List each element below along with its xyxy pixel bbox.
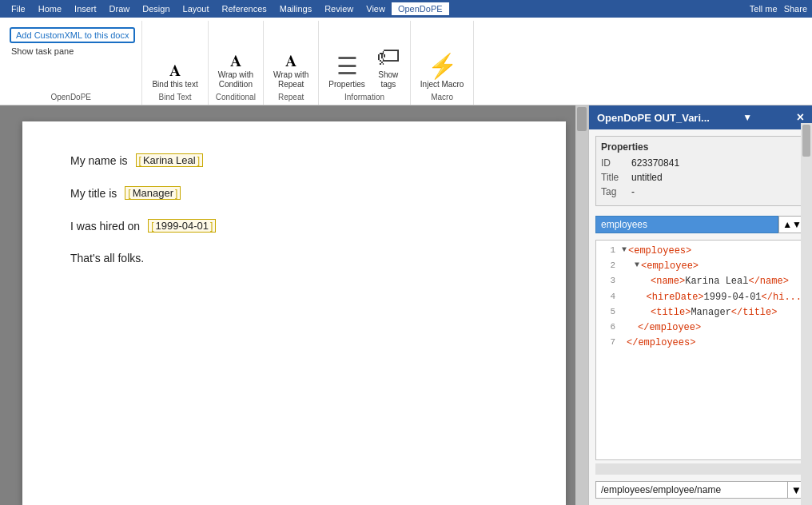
xml-line-1: 1 ▼ <employees> <box>599 244 802 259</box>
repeat-items: 𝐀 Wrap withRepeat <box>270 24 312 91</box>
doc-line-2: My title is [ Manager ] <box>70 186 518 200</box>
tab-review[interactable]: Review <box>318 2 360 15</box>
content-control-title[interactable]: [ Manager ] <box>125 186 181 200</box>
information-group-label: Information <box>344 91 384 101</box>
cc-name-value: Karina Leal <box>141 154 197 166</box>
inject-macro-button[interactable]: ⚡ Inject Macro <box>417 53 467 91</box>
prop-id-value: 623370841 <box>631 157 679 169</box>
line-num-7: 7 <box>599 336 615 350</box>
ribbon-right-controls: Tell me Share <box>750 4 807 14</box>
content-control-name[interactable]: [ Karina Leal ] <box>136 153 203 167</box>
employees-input[interactable] <box>595 216 778 233</box>
ribbon-group-macro: ⚡ Inject Macro Macro <box>411 21 474 105</box>
ribbon-group-conditional: 𝐀 Wrap withCondition Conditional <box>209 21 264 105</box>
ribbon-group-opendope-label: OpenDoPE <box>6 91 135 101</box>
macro-group-label: Macro <box>431 91 453 101</box>
properties-label: Properties <box>328 80 365 89</box>
ribbon-group-repeat: 𝐀 Wrap withRepeat Repeat <box>264 21 319 105</box>
properties-section: Properties ID 623370841 Title untitled T… <box>595 136 806 206</box>
content-control-hiredate[interactable]: [ 1999-04-01 ] <box>148 219 216 233</box>
doc-last-line: That's all folks. <box>70 252 518 264</box>
line1-prefix: My name is <box>70 154 128 167</box>
prop-title-label: Title <box>601 172 625 183</box>
xml-line-7: 7 </employees> <box>599 336 802 351</box>
tab-home[interactable]: Home <box>32 2 68 15</box>
xpath-bar: ▼ <box>595 481 806 499</box>
tab-insert[interactable]: Insert <box>68 2 103 15</box>
ribbon-tabs: File Home Insert Draw Design Layout Refe… <box>5 2 449 15</box>
tab-draw[interactable]: Draw <box>103 2 137 15</box>
conditional-items: 𝐀 Wrap withCondition <box>215 24 257 91</box>
show-taskpane-button[interactable]: Show task pane <box>6 45 78 58</box>
xml-line-4: 4 <hireDate> 1999-04-01 </hi... <box>599 290 802 305</box>
xml-tag-title-close: </title> <box>731 305 778 320</box>
bind-text-icon: 𝐀 <box>169 62 181 78</box>
sidebar-scrollbar[interactable] <box>801 123 812 505</box>
tab-mailings[interactable]: Mailings <box>273 2 318 15</box>
tab-design[interactable]: Design <box>136 2 176 15</box>
xml-horiz-scrollbar[interactable] <box>595 463 806 475</box>
ribbon-tabs-bar: File Home Insert Draw Design Layout Refe… <box>0 0 812 18</box>
tab-file[interactable]: File <box>5 2 32 15</box>
last-line-text: That's all folks. <box>70 252 144 264</box>
xml-tree: 1 ▼ <employees> 2 ▼ <employee> 3 <name> … <box>595 240 806 460</box>
line-num-5: 5 <box>599 305 615 320</box>
xml-tag-hiredate-open: <hireDate> <box>647 290 704 305</box>
cc-close-bracket-2: ] <box>175 188 177 199</box>
line-num-1: 1 <box>599 244 615 258</box>
cc-close-bracket-3: ] <box>210 221 213 232</box>
prop-id-row: ID 623370841 <box>601 157 800 169</box>
line3-prefix: I was hired on <box>70 220 140 233</box>
xml-text-name: Karina Leal <box>685 274 748 289</box>
properties-icon: ☰ <box>336 54 358 78</box>
xml-tag-employee-open: <employee> <box>641 259 699 274</box>
show-tags-button[interactable]: 🏷 Showtags <box>373 43 404 91</box>
xml-tag-employees-open: <employees> <box>628 244 691 259</box>
xml-tag-name-open: <name> <box>651 274 685 289</box>
wrap-condition-button[interactable]: 𝐀 Wrap withCondition <box>215 51 257 91</box>
show-tags-icon: 🏷 <box>376 45 400 69</box>
macro-items: ⚡ Inject Macro <box>417 24 467 91</box>
wrap-repeat-button[interactable]: 𝐀 Wrap withRepeat <box>270 51 312 91</box>
tab-layout[interactable]: Layout <box>177 2 216 15</box>
bind-text-label: Bind this text <box>152 80 197 89</box>
xpath-input[interactable] <box>595 481 788 499</box>
xml-tag-hiredate-close: </hi... <box>762 290 802 305</box>
line-num-4: 4 <box>599 290 615 304</box>
doc-line-3: I was hired on [ 1999-04-01 ] <box>70 219 518 233</box>
tab-opendope[interactable]: OpenDoPE <box>392 2 449 15</box>
tab-references[interactable]: References <box>216 2 273 15</box>
repeat-icon: 𝐀 <box>285 53 297 69</box>
line-num-3: 3 <box>599 274 615 288</box>
sidebar-panel: OpenDoPE OUT_Vari... ▼ × Properties ID 6… <box>588 105 812 505</box>
tab-view[interactable]: View <box>360 2 392 15</box>
sidebar-dropdown-icon[interactable]: ▼ <box>742 112 752 123</box>
sidebar-header: OpenDoPE OUT_Vari... ▼ × <box>589 105 812 129</box>
share-button[interactable]: Share <box>784 4 807 14</box>
line2-prefix: My title is <box>70 187 117 200</box>
main-layout: My name is [ Karina Leal ] My title is [… <box>0 105 812 505</box>
prop-tag-value: - <box>631 186 635 197</box>
bind-text-group-label: Bind Text <box>159 91 192 101</box>
cc-close-bracket-1: ] <box>197 155 200 166</box>
prop-title-row: Title untitled <box>601 172 800 183</box>
xml-line-3: 3 <name> Karina Leal </name> <box>599 274 802 289</box>
bind-this-text-button[interactable]: 𝐀 Bind this text <box>149 61 201 91</box>
document-area: My name is [ Karina Leal ] My title is [… <box>0 105 588 505</box>
line-num-2: 2 <box>599 259 615 273</box>
opendope-ribbon-bar: Add CustomXML to this docx Show task pan… <box>0 18 812 105</box>
prop-tag-label: Tag <box>601 186 625 197</box>
conditional-group-label: Conditional <box>216 91 256 101</box>
xml-line-2: 2 ▼ <employee> <box>599 259 802 274</box>
wrap-repeat-label: Wrap withRepeat <box>273 70 308 89</box>
cc-title-value: Manager <box>131 187 175 199</box>
prop-tag-row: Tag - <box>601 186 800 197</box>
properties-title: Properties <box>601 141 800 153</box>
repeat-group-label: Repeat <box>278 91 304 101</box>
properties-button[interactable]: ☰ Properties <box>325 53 368 91</box>
ribbon-group-opendope: Add CustomXML to this docx Show task pan… <box>0 21 142 105</box>
expand-icon-1[interactable]: ▼ <box>622 244 627 256</box>
expand-icon-2[interactable]: ▼ <box>635 259 639 272</box>
add-customxml-button[interactable]: Add CustomXML to this docx <box>10 27 135 43</box>
doc-scrollbar[interactable] <box>575 105 588 505</box>
